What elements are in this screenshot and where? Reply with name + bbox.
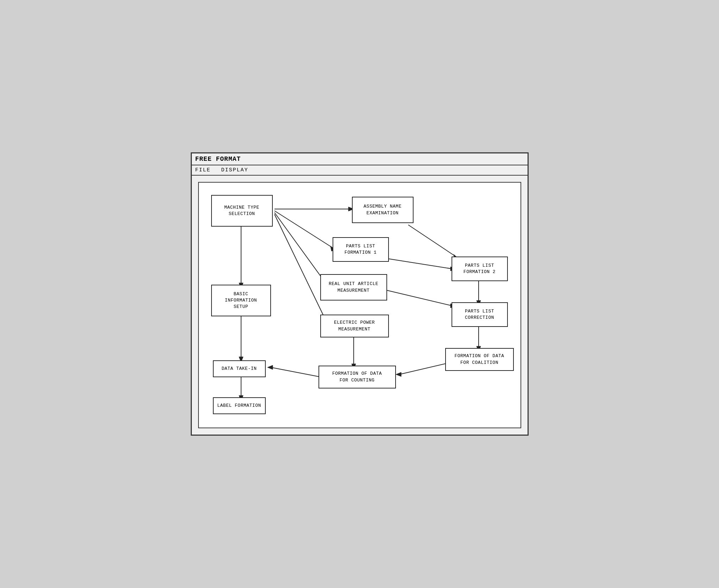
box-formation-of-data-for-counting: FORMATION OF DATA FOR COUNTING (318, 366, 396, 388)
box-basic-information-setup: BASIC INFORMATION SETUP (211, 285, 271, 316)
box-parts-list-formation-2: PARTS LIST FORMATION 2 (452, 257, 508, 281)
svg-line-18 (385, 290, 452, 306)
svg-line-28 (271, 367, 326, 378)
svg-line-8 (275, 211, 333, 248)
menu-display[interactable]: DISPLAY (221, 167, 248, 173)
box-machine-type-selection: MACHINE TYPE SELECTION (211, 195, 273, 227)
svg-marker-29 (267, 365, 273, 369)
window-title: FREE FORMAT (195, 156, 241, 163)
box-parts-list-correction: PARTS LIST CORRECTION (452, 302, 508, 327)
box-assembly-name-examination: ASSEMBLY NAME EXAMINATION (352, 197, 414, 223)
svg-marker-27 (396, 372, 401, 377)
box-electric-power-measurement: ELECTRIC POWER MEASUREMENT (320, 315, 389, 337)
svg-line-10 (275, 213, 326, 283)
main-window: FREE FORMAT FILE DISPLAY (191, 152, 529, 436)
box-parts-list-formation-1: PARTS LIST FORMATION 1 (333, 237, 389, 262)
svg-line-14 (408, 225, 456, 257)
svg-line-26 (399, 362, 452, 374)
svg-line-16 (385, 258, 452, 269)
title-bar: FREE FORMAT (192, 153, 528, 165)
box-label-formation: LABEL FORMATION (213, 397, 266, 414)
diagram-area: MACHINE TYPE SELECTION ASSEMBLY NAME EXA… (198, 182, 521, 428)
box-real-unit-article-measurement: REAL UNIT ARTICLE MEASUREMENT (320, 274, 387, 301)
menu-file[interactable]: FILE (195, 167, 211, 173)
box-formation-of-data-for-coalition: FORMATION OF DATA FOR COALITION (445, 348, 514, 371)
svg-line-12 (275, 214, 326, 320)
menu-bar: FILE DISPLAY (192, 165, 528, 176)
box-data-take-in: DATA TAKE-IN (213, 360, 266, 377)
